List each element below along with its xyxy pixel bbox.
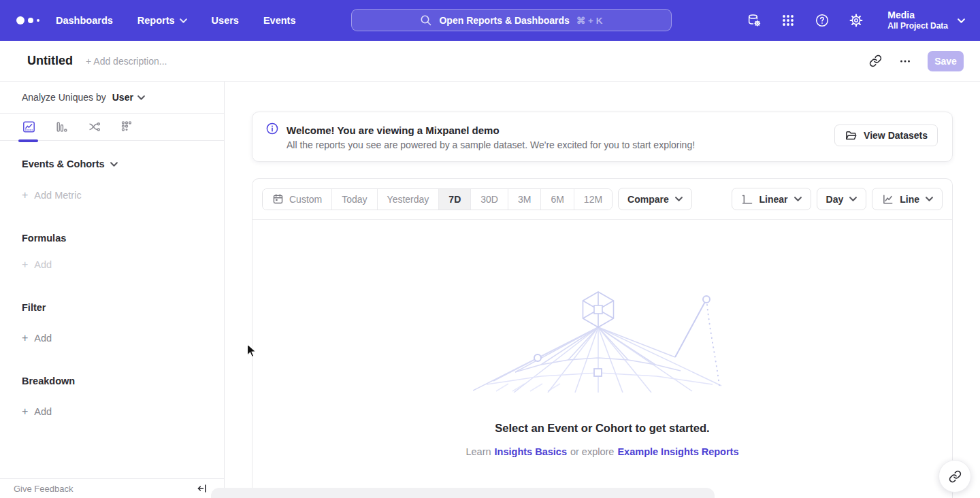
learn-prefix: Learn: [466, 446, 491, 457]
middle-text: or explore: [570, 446, 614, 457]
range-yesterday[interactable]: Yesterday: [377, 189, 439, 210]
calendar-icon: [272, 193, 284, 205]
add-breakdown-button[interactable]: + Add: [22, 405, 224, 418]
empty-state: Select an Event or Cohort to get started…: [252, 220, 952, 457]
info-icon: [266, 122, 278, 135]
view-datasets-button[interactable]: View Datasets: [834, 124, 938, 146]
range-label: 30D: [480, 194, 498, 205]
nav-label: Users: [212, 15, 239, 26]
nav-users[interactable]: Users: [212, 15, 239, 26]
analyze-row: Analyze Uniques by User: [0, 82, 224, 113]
example-insights-reports-link[interactable]: Example Insights Reports: [617, 446, 738, 457]
save-button[interactable]: Save: [928, 51, 964, 71]
settings-button[interactable]: [848, 12, 864, 29]
range-label: 7D: [448, 194, 461, 205]
controls-row: Custom Today Yesterday 7D 30D 3M 6M 12M …: [252, 179, 952, 220]
add-formula-label: Add: [34, 259, 52, 270]
empty-state-illustration: [473, 290, 732, 393]
more-options-button[interactable]: [898, 54, 913, 69]
range-30d[interactable]: 30D: [470, 189, 508, 210]
nav-label: Dashboards: [56, 15, 113, 26]
nav-dashboards[interactable]: Dashboards: [56, 15, 113, 26]
ellipsis-icon: [899, 55, 911, 67]
visualization-tabs: [0, 113, 224, 141]
scale-dropdown[interactable]: Linear: [732, 188, 811, 210]
add-metric-label: Add Metric: [34, 190, 81, 201]
filter-section-header: Filter: [22, 302, 224, 313]
copy-link-button[interactable]: [868, 54, 883, 69]
range-today[interactable]: Today: [331, 189, 376, 210]
chevron-down-icon: [958, 18, 965, 23]
query-builder-sidebar: Analyze Uniques by User: [0, 82, 225, 498]
date-range-control: Custom Today Yesterday 7D 30D 3M 6M 12M: [262, 188, 612, 210]
chevron-down-icon: [180, 18, 187, 23]
grid-icon: [781, 14, 795, 27]
nav-events[interactable]: Events: [263, 15, 296, 26]
help-icon: [815, 13, 830, 28]
main-content: Welcome! You are viewing a Mixpanel demo…: [225, 82, 980, 498]
project-scope: All Project Data: [887, 21, 948, 31]
plus-icon: +: [22, 405, 28, 418]
formulas-section-header: Formulas: [22, 233, 224, 244]
report-card: Custom Today Yesterday 7D 30D 3M 6M 12M …: [252, 178, 953, 498]
help-button[interactable]: [814, 12, 830, 29]
empty-state-links: Learn Insights Basics or explore Example…: [466, 446, 738, 457]
search-input[interactable]: Open Reports & Dashboards ⌘ + K: [351, 9, 672, 31]
viz-tab-flows[interactable]: [86, 113, 102, 141]
range-custom[interactable]: Custom: [263, 189, 331, 210]
range-7d[interactable]: 7D: [438, 189, 470, 210]
database-gear-icon: [747, 13, 762, 29]
logo-dot-icon: [37, 19, 39, 22]
logo-dot-icon: [28, 18, 33, 23]
welcome-title: Welcome! You are viewing a Mixpanel demo: [287, 124, 695, 136]
range-3m[interactable]: 3M: [508, 189, 540, 210]
nav-reports[interactable]: Reports: [137, 15, 187, 26]
compare-dropdown[interactable]: Compare: [618, 188, 692, 210]
give-feedback-link[interactable]: Give Feedback: [14, 484, 73, 494]
add-formula-button[interactable]: + Add: [22, 259, 224, 271]
nav-label: Events: [263, 15, 296, 26]
analyze-by-dropdown[interactable]: User: [112, 92, 145, 103]
range-label: Custom: [289, 194, 322, 205]
add-filter-button[interactable]: + Add: [22, 332, 224, 344]
insights-basics-link[interactable]: Insights Basics: [495, 446, 567, 457]
report-description-field[interactable]: + Add description...: [86, 56, 167, 67]
search-shortcut: ⌘ + K: [576, 15, 603, 26]
apps-grid-button[interactable]: [780, 12, 796, 29]
breakdown-label: Breakdown: [22, 376, 75, 386]
range-label: Today: [342, 194, 367, 205]
link-icon: [869, 54, 882, 67]
add-metric-button[interactable]: + Add Metric: [22, 189, 224, 201]
breakdown-section-header: Breakdown: [22, 376, 224, 386]
collapse-sidebar-button[interactable]: [197, 483, 208, 494]
project-switcher[interactable]: Media All Project Data: [887, 10, 965, 32]
range-label: Yesterday: [387, 194, 429, 205]
plus-icon: +: [22, 189, 28, 201]
range-12m[interactable]: 12M: [574, 189, 612, 210]
viz-tab-bar-chart[interactable]: [53, 113, 69, 141]
chevron-down-icon: [137, 95, 145, 100]
range-6m[interactable]: 6M: [540, 189, 573, 210]
view-datasets-label: View Datasets: [864, 130, 928, 141]
data-management-button[interactable]: [746, 12, 762, 29]
viz-tab-retention[interactable]: [118, 113, 135, 141]
mixpanel-logo[interactable]: [16, 16, 46, 24]
report-header: Untitled + Add description... Save: [0, 41, 980, 82]
viz-tab-line-chart[interactable]: [20, 113, 37, 141]
chart-type-dropdown[interactable]: Line: [872, 188, 943, 210]
scale-label: Linear: [760, 194, 788, 205]
report-title[interactable]: Untitled: [27, 54, 73, 68]
chevron-down-icon: [849, 197, 857, 201]
range-label: 6M: [551, 194, 564, 205]
range-label: 3M: [518, 194, 531, 205]
interval-dropdown[interactable]: Day: [817, 188, 867, 210]
share-link-fab[interactable]: [938, 460, 971, 493]
gear-icon: [849, 13, 864, 28]
search-placeholder: Open Reports & Dashboards: [439, 15, 569, 26]
collapse-left-icon: [197, 483, 208, 494]
dots-grid-icon: [120, 120, 134, 134]
events-cohorts-section-header[interactable]: Events & Cohorts: [22, 159, 224, 169]
chevron-down-icon: [110, 162, 118, 167]
line-chart-icon: [22, 120, 36, 134]
events-cohorts-label: Events & Cohorts: [22, 159, 105, 169]
